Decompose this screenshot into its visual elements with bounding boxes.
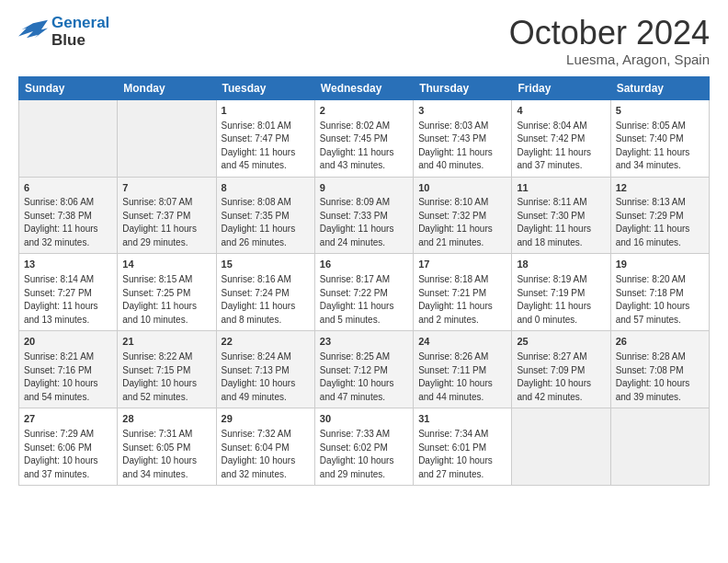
day-number: 6 bbox=[24, 181, 112, 196]
sunrise-text: Sunrise: 7:32 AM bbox=[222, 429, 291, 439]
sunset-text: Sunset: 7:15 PM bbox=[122, 365, 190, 375]
calendar-cell: 30Sunrise: 7:33 AMSunset: 6:02 PMDayligh… bbox=[314, 408, 413, 486]
sunrise-text: Sunrise: 8:26 AM bbox=[418, 351, 488, 362]
calendar-header: SundayMondayTuesdayWednesdayThursdayFrid… bbox=[19, 76, 710, 99]
calendar-cell: 24Sunrise: 8:26 AMSunset: 7:11 PMDayligh… bbox=[414, 331, 512, 408]
sunrise-text: Sunrise: 8:03 AM bbox=[418, 121, 488, 131]
sunrise-text: Sunrise: 7:33 AM bbox=[320, 429, 390, 439]
calendar-week-3: 13Sunrise: 8:14 AMSunset: 7:27 PMDayligh… bbox=[19, 254, 710, 331]
sunset-text: Sunset: 7:45 PM bbox=[320, 133, 388, 144]
weekday-header-monday: Monday bbox=[118, 76, 216, 99]
sunset-text: Sunset: 7:16 PM bbox=[24, 365, 92, 375]
calendar-cell: 17Sunrise: 8:18 AMSunset: 7:21 PMDayligh… bbox=[414, 254, 512, 331]
sunrise-text: Sunrise: 8:05 AM bbox=[616, 121, 686, 131]
daylight-text: Daylight: 10 hours and 27 minutes. bbox=[418, 455, 493, 479]
daylight-text: Daylight: 11 hours and 5 minutes. bbox=[320, 301, 394, 325]
calendar-body: 1Sunrise: 8:01 AMSunset: 7:47 PMDaylight… bbox=[19, 99, 710, 486]
calendar-cell: 29Sunrise: 7:32 AMSunset: 6:04 PMDayligh… bbox=[216, 408, 314, 486]
sunset-text: Sunset: 7:11 PM bbox=[418, 365, 486, 375]
daylight-text: Daylight: 10 hours and 54 minutes. bbox=[24, 378, 98, 402]
calendar-cell bbox=[610, 408, 709, 486]
calendar-cell: 14Sunrise: 8:15 AMSunset: 7:25 PMDayligh… bbox=[118, 254, 216, 331]
title-block: October 2024 Luesma, Aragon, Spain bbox=[509, 15, 710, 67]
day-number: 3 bbox=[418, 104, 506, 119]
calendar-cell: 11Sunrise: 8:11 AMSunset: 7:30 PMDayligh… bbox=[512, 177, 610, 254]
daylight-text: Daylight: 10 hours and 37 minutes. bbox=[24, 455, 98, 479]
daylight-text: Daylight: 11 hours and 16 minutes. bbox=[616, 224, 690, 247]
sunset-text: Sunset: 7:43 PM bbox=[418, 133, 486, 144]
calendar-cell: 1Sunrise: 8:01 AMSunset: 7:47 PMDaylight… bbox=[216, 99, 314, 177]
day-number: 14 bbox=[122, 258, 210, 272]
day-number: 19 bbox=[616, 258, 704, 272]
day-number: 29 bbox=[222, 412, 310, 427]
sunrise-text: Sunrise: 8:14 AM bbox=[24, 274, 94, 284]
day-number: 10 bbox=[418, 181, 506, 196]
sunset-text: Sunset: 7:32 PM bbox=[418, 211, 486, 221]
calendar-week-5: 27Sunrise: 7:29 AMSunset: 6:06 PMDayligh… bbox=[19, 408, 710, 486]
daylight-text: Daylight: 11 hours and 32 minutes. bbox=[24, 224, 98, 247]
sunrise-text: Sunrise: 8:17 AM bbox=[320, 274, 390, 284]
sunrise-text: Sunrise: 8:20 AM bbox=[616, 274, 686, 284]
location: Luesma, Aragon, Spain bbox=[509, 52, 710, 67]
sunset-text: Sunset: 7:40 PM bbox=[616, 133, 684, 144]
daylight-text: Daylight: 11 hours and 21 minutes. bbox=[418, 224, 493, 247]
sunset-text: Sunset: 7:09 PM bbox=[517, 365, 585, 375]
calendar-cell: 18Sunrise: 8:19 AMSunset: 7:19 PMDayligh… bbox=[512, 254, 610, 331]
daylight-text: Daylight: 10 hours and 29 minutes. bbox=[320, 455, 394, 479]
sunrise-text: Sunrise: 8:02 AM bbox=[320, 121, 390, 131]
sunset-text: Sunset: 7:08 PM bbox=[616, 365, 684, 375]
sunset-text: Sunset: 7:24 PM bbox=[222, 288, 290, 298]
calendar-cell bbox=[512, 408, 610, 486]
calendar-cell: 22Sunrise: 8:24 AMSunset: 7:13 PMDayligh… bbox=[216, 331, 314, 408]
sunset-text: Sunset: 7:37 PM bbox=[122, 211, 190, 221]
calendar-cell: 28Sunrise: 7:31 AMSunset: 6:05 PMDayligh… bbox=[118, 408, 216, 486]
day-number: 28 bbox=[122, 412, 210, 427]
daylight-text: Daylight: 10 hours and 57 minutes. bbox=[616, 301, 690, 325]
sunrise-text: Sunrise: 8:18 AM bbox=[418, 274, 488, 284]
sunset-text: Sunset: 6:02 PM bbox=[320, 442, 388, 453]
daylight-text: Daylight: 11 hours and 10 minutes. bbox=[122, 301, 197, 325]
day-number: 11 bbox=[517, 181, 605, 196]
sunset-text: Sunset: 7:13 PM bbox=[222, 365, 290, 375]
sunrise-text: Sunrise: 8:07 AM bbox=[122, 197, 192, 207]
sunrise-text: Sunrise: 8:21 AM bbox=[24, 351, 94, 362]
calendar-cell: 20Sunrise: 8:21 AMSunset: 7:16 PMDayligh… bbox=[19, 331, 118, 408]
daylight-text: Daylight: 10 hours and 52 minutes. bbox=[122, 378, 197, 402]
sunset-text: Sunset: 7:47 PM bbox=[222, 133, 290, 144]
sunset-text: Sunset: 7:12 PM bbox=[320, 365, 388, 375]
daylight-text: Daylight: 11 hours and 18 minutes. bbox=[517, 224, 591, 247]
calendar-cell: 8Sunrise: 8:08 AMSunset: 7:35 PMDaylight… bbox=[216, 177, 314, 254]
sunrise-text: Sunrise: 8:06 AM bbox=[24, 197, 94, 207]
calendar-cell: 4Sunrise: 8:04 AMSunset: 7:42 PMDaylight… bbox=[512, 99, 610, 177]
calendar-cell: 2Sunrise: 8:02 AMSunset: 7:45 PMDaylight… bbox=[314, 99, 413, 177]
daylight-text: Daylight: 11 hours and 37 minutes. bbox=[517, 147, 591, 171]
sunrise-text: Sunrise: 8:22 AM bbox=[122, 351, 192, 362]
calendar-cell: 16Sunrise: 8:17 AMSunset: 7:22 PMDayligh… bbox=[314, 254, 413, 331]
weekday-header-thursday: Thursday bbox=[414, 76, 512, 99]
calendar-cell: 27Sunrise: 7:29 AMSunset: 6:06 PMDayligh… bbox=[19, 408, 118, 486]
daylight-text: Daylight: 11 hours and 29 minutes. bbox=[122, 224, 197, 247]
daylight-text: Daylight: 11 hours and 34 minutes. bbox=[616, 147, 690, 171]
calendar-cell: 5Sunrise: 8:05 AMSunset: 7:40 PMDaylight… bbox=[610, 99, 709, 177]
day-number: 30 bbox=[320, 412, 408, 427]
daylight-text: Daylight: 10 hours and 47 minutes. bbox=[320, 378, 394, 402]
calendar-cell bbox=[118, 99, 216, 177]
day-number: 9 bbox=[320, 181, 408, 196]
sunset-text: Sunset: 7:18 PM bbox=[616, 288, 684, 298]
calendar-cell: 19Sunrise: 8:20 AMSunset: 7:18 PMDayligh… bbox=[610, 254, 709, 331]
sunset-text: Sunset: 7:33 PM bbox=[320, 211, 388, 221]
day-number: 21 bbox=[122, 335, 210, 350]
sunrise-text: Sunrise: 8:10 AM bbox=[418, 197, 488, 207]
day-number: 7 bbox=[122, 181, 210, 196]
day-number: 15 bbox=[222, 258, 310, 272]
weekday-header-row: SundayMondayTuesdayWednesdayThursdayFrid… bbox=[19, 76, 710, 99]
sunset-text: Sunset: 6:04 PM bbox=[222, 442, 290, 453]
daylight-text: Daylight: 10 hours and 39 minutes. bbox=[616, 378, 690, 402]
calendar-cell: 7Sunrise: 8:07 AMSunset: 7:37 PMDaylight… bbox=[118, 177, 216, 254]
calendar-cell: 26Sunrise: 8:28 AMSunset: 7:08 PMDayligh… bbox=[610, 331, 709, 408]
sunset-text: Sunset: 7:29 PM bbox=[616, 211, 684, 221]
daylight-text: Daylight: 11 hours and 45 minutes. bbox=[222, 147, 296, 171]
sunrise-text: Sunrise: 8:27 AM bbox=[517, 351, 586, 362]
calendar-cell: 31Sunrise: 7:34 AMSunset: 6:01 PMDayligh… bbox=[414, 408, 512, 486]
sunrise-text: Sunrise: 8:13 AM bbox=[616, 197, 686, 207]
